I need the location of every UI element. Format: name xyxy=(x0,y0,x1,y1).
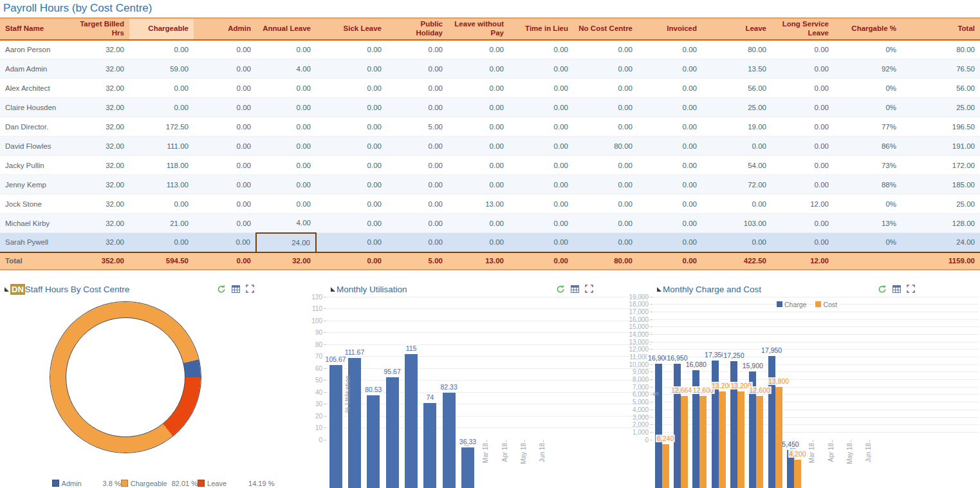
value-cell[interactable]: 12.00 xyxy=(772,194,834,214)
value-cell[interactable]: 0.00 xyxy=(448,79,509,98)
value-cell[interactable]: 0.00 xyxy=(509,136,573,156)
value-cell[interactable]: 0.00 xyxy=(509,156,573,175)
value-cell[interactable]: 0.00 xyxy=(772,214,834,233)
value-cell[interactable]: 0.00 xyxy=(702,194,772,214)
value-cell[interactable]: 32.00 xyxy=(68,233,129,252)
table-view-icon[interactable] xyxy=(892,285,901,293)
value-cell[interactable]: 0.00 xyxy=(702,136,772,156)
staff-name-cell[interactable]: Dan Director. xyxy=(0,117,68,136)
value-cell[interactable]: 24.00 xyxy=(901,233,980,252)
value-cell[interactable]: 0.00 xyxy=(509,98,573,117)
value-cell[interactable]: 0.00 xyxy=(772,59,834,79)
value-cell[interactable]: 0.00 xyxy=(448,175,509,194)
bar-cost[interactable] xyxy=(737,391,744,488)
value-cell[interactable]: 0% xyxy=(834,40,901,59)
value-cell[interactable]: 0.00 xyxy=(448,40,509,59)
value-cell[interactable]: 0.00 xyxy=(638,156,702,175)
refresh-icon[interactable] xyxy=(217,285,226,294)
value-cell[interactable]: 0.00 xyxy=(194,59,256,79)
table-view-icon[interactable] xyxy=(571,285,579,293)
value-cell[interactable]: 0.00 xyxy=(194,214,256,233)
value-cell[interactable]: 0.00 xyxy=(194,98,256,117)
value-cell[interactable]: 103.00 xyxy=(702,214,772,233)
column-header-sick-leave[interactable]: Sick Leave xyxy=(316,18,387,40)
value-cell[interactable]: 86% xyxy=(834,136,901,156)
value-cell[interactable]: 4.00 xyxy=(256,214,316,233)
value-cell[interactable]: 32.00 xyxy=(68,175,129,194)
value-cell[interactable]: 32.00 xyxy=(68,117,129,136)
value-cell[interactable]: 0.00 xyxy=(256,156,316,175)
value-cell[interactable]: 0.00 xyxy=(194,156,256,175)
value-cell[interactable]: 0.00 xyxy=(509,40,573,59)
column-header-long-service-leave[interactable]: Long Service Leave xyxy=(772,18,834,40)
column-header-target-billed-hrs[interactable]: Target Billed Hrs xyxy=(68,18,129,40)
value-cell[interactable]: 0.00 xyxy=(448,136,509,156)
value-cell[interactable]: 59.00 xyxy=(129,59,194,79)
value-cell[interactable]: 0.00 xyxy=(316,156,387,175)
bar-cost[interactable] xyxy=(775,387,782,488)
value-cell[interactable]: 0.00 xyxy=(256,98,316,117)
column-header-public-holiday[interactable]: Public Holiday xyxy=(387,18,448,40)
staff-name-cell[interactable]: Jock Stone xyxy=(0,194,68,214)
value-cell[interactable]: 32.00 xyxy=(68,214,129,233)
collapse-icon[interactable] xyxy=(5,287,9,292)
value-cell[interactable]: 0.00 xyxy=(129,233,194,252)
column-header-no-cost-centre[interactable]: No Cost Centre xyxy=(573,18,638,40)
bar-charge[interactable] xyxy=(655,364,662,488)
value-cell[interactable]: 0.00 xyxy=(772,233,834,252)
value-cell[interactable]: 0.00 xyxy=(194,136,256,156)
value-cell[interactable]: 0.00 xyxy=(702,233,772,252)
value-cell[interactable]: 0.00 xyxy=(256,136,316,156)
value-cell[interactable]: 0.00 xyxy=(316,175,387,194)
value-cell[interactable]: 0.00 xyxy=(638,233,702,252)
collapse-icon[interactable] xyxy=(657,287,661,292)
value-cell[interactable]: 0.00 xyxy=(256,40,316,59)
value-cell[interactable]: 0.00 xyxy=(509,214,573,233)
column-header-chargeable[interactable]: Chargeable xyxy=(129,18,194,40)
column-header-admin[interactable]: Admin xyxy=(194,18,256,40)
value-cell[interactable]: 0.00 xyxy=(638,194,702,214)
value-cell[interactable]: 0.00 xyxy=(194,194,256,214)
value-cell[interactable]: 0.00 xyxy=(448,214,509,233)
bar-cost[interactable] xyxy=(681,396,688,488)
value-cell[interactable]: 0.00 xyxy=(573,156,638,175)
value-cell[interactable]: 0.00 xyxy=(509,79,573,98)
bar-value[interactable] xyxy=(405,354,418,488)
value-cell[interactable]: 0.00 xyxy=(573,214,638,233)
value-cell[interactable]: 0.00 xyxy=(573,233,638,252)
staff-name-cell[interactable]: Michael Kirby xyxy=(0,214,68,233)
value-cell[interactable]: 0.00 xyxy=(638,40,702,59)
value-cell[interactable]: 0.00 xyxy=(387,233,448,252)
value-cell[interactable]: 0.00 xyxy=(638,136,702,156)
value-cell[interactable]: 0.00 xyxy=(387,156,448,175)
value-cell[interactable]: 0.00 xyxy=(316,214,387,233)
value-cell[interactable]: 0.00 xyxy=(256,117,316,136)
value-cell[interactable]: 0.00 xyxy=(387,40,448,59)
bar-charge[interactable] xyxy=(674,364,681,488)
value-cell[interactable]: 25.00 xyxy=(901,194,980,214)
table-view-icon[interactable] xyxy=(232,285,240,293)
staff-name-cell[interactable]: Alex Architect xyxy=(0,79,68,98)
value-cell[interactable]: 25.00 xyxy=(702,98,772,117)
value-cell[interactable]: 128.00 xyxy=(901,214,980,233)
value-cell[interactable]: 0.00 xyxy=(194,233,256,252)
value-cell[interactable]: 32.00 xyxy=(68,59,129,79)
value-cell[interactable]: 13.00 xyxy=(448,194,509,214)
bar-cost[interactable] xyxy=(662,444,669,488)
bar-value[interactable] xyxy=(367,395,380,488)
staff-name-cell[interactable]: Jacky Pullin xyxy=(0,156,68,175)
value-cell[interactable]: 0.00 xyxy=(129,194,194,214)
donut-ring[interactable] xyxy=(50,302,201,453)
bar-cost[interactable] xyxy=(719,391,726,488)
value-cell[interactable]: 0.00 xyxy=(316,136,387,156)
bar-cost[interactable] xyxy=(699,396,707,488)
value-cell[interactable]: 0% xyxy=(834,79,901,98)
staff-name-cell[interactable]: Adam Admin xyxy=(0,59,68,79)
value-cell[interactable]: 0.00 xyxy=(772,98,834,117)
value-cell[interactable]: 0.00 xyxy=(573,59,638,79)
value-cell[interactable]: 0.00 xyxy=(316,79,387,98)
value-cell[interactable]: 0.00 xyxy=(573,117,638,136)
column-header-leave[interactable]: Leave xyxy=(702,18,772,40)
value-cell[interactable]: 0.00 xyxy=(448,59,509,79)
value-cell[interactable]: 32.00 xyxy=(68,40,129,59)
